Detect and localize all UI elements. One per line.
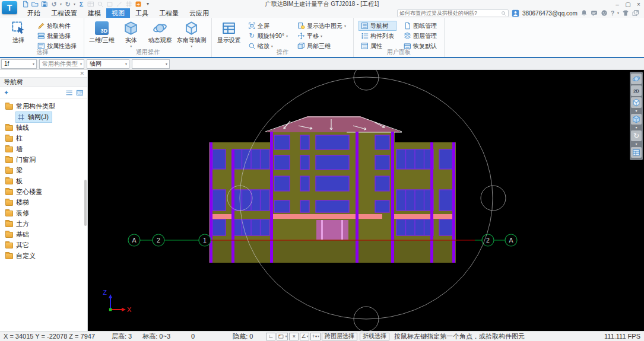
element-select[interactable]: 轴网▾ (87, 59, 129, 69)
avatar[interactable] (512, 9, 519, 17)
cancel-icon[interactable]: × (289, 333, 299, 340)
cloud-check-icon[interactable] (135, 1, 142, 8)
tab-home[interactable]: 开始 (22, 8, 46, 18)
save-icon[interactable] (41, 1, 48, 8)
show-selected-elements-button-dropdown[interactable]: ▾ (344, 24, 346, 28)
navtree-item-beam[interactable]: 梁 (0, 165, 87, 176)
tab-cloud-apps[interactable]: 云应用 (184, 8, 214, 18)
select-button[interactable]: 选择 (6, 20, 31, 44)
building-model[interactable] (209, 116, 456, 263)
category-select[interactable]: 常用构件类型▾ (39, 59, 84, 69)
thumbnail-view-icon[interactable] (76, 89, 84, 97)
pick-component-button[interactable]: 拾取构件 (35, 21, 79, 31)
navtree-item-others[interactable]: 其它 (0, 240, 87, 250)
undo-icon[interactable]: ↺ (50, 1, 58, 8)
pin-icon[interactable]: ✦ (4, 89, 9, 97)
navtree-item-axis-line[interactable]: 轴线 (0, 122, 87, 133)
cross-layer-select-button[interactable]: 跨图层选择 (322, 333, 357, 340)
help-icon[interactable]: ? (611, 10, 614, 17)
help-icon-dropdown[interactable]: ▾ (617, 11, 619, 15)
navtree-item-column[interactable]: 柱 (0, 133, 87, 144)
theme-skin-icon[interactable] (622, 9, 629, 17)
isometric-view-button-dropdown[interactable]: ▾ (635, 109, 637, 113)
angle-snap-icon[interactable]: ∠▾ (300, 333, 309, 340)
tab-quantity[interactable]: 工程量 (154, 8, 184, 18)
search-icon[interactable] (501, 11, 506, 16)
account-email[interactable]: 380676473@qq.com (522, 10, 578, 17)
pan-button-dropdown[interactable]: ▾ (321, 34, 322, 38)
help-search-box[interactable] (397, 9, 509, 17)
sum-calc-icon[interactable]: Σ (78, 1, 85, 8)
solid-view-button-dropdown[interactable]: ▾ (635, 126, 637, 129)
open-file-icon[interactable] (31, 1, 39, 8)
node-snap-icon[interactable]: +▪▾ (310, 333, 320, 340)
close-button[interactable]: × (633, 1, 644, 8)
show-selected-elements-button[interactable]: 显示选中图元▾ (295, 21, 348, 31)
svg-text:2: 2 (157, 237, 160, 244)
rotate-view-button-dropdown[interactable]: ▾ (635, 142, 637, 146)
3d-viewport-canvas[interactable]: A212A Z X (88, 70, 644, 331)
navtree-item-door-window-opening[interactable]: 门窗洞 (0, 154, 87, 165)
zoom-button-dropdown[interactable]: ▾ (271, 44, 273, 48)
navtree-item-stairs[interactable]: 楼梯 (0, 197, 87, 208)
popout-window-icon[interactable] (632, 9, 639, 17)
navtree-item-common-component-types[interactable]: 常用构件类型 (0, 101, 87, 111)
node-snap-icon-dropdown[interactable]: ▾ (318, 334, 319, 338)
navtree-item-wall[interactable]: 墙 (0, 144, 87, 154)
undo-icon-dropdown[interactable]: ▾ (60, 2, 62, 6)
navtree-item-decoration[interactable]: 装修 (0, 208, 87, 218)
redo-icon-dropdown[interactable]: ▾ (74, 2, 75, 6)
floor-select[interactable]: 1f▾ (1, 59, 37, 69)
snap-settings-icon[interactable]: ▾ (277, 333, 288, 340)
isometric-view-button[interactable] (631, 97, 642, 108)
ortho-mode-icon[interactable]: ∟ (266, 333, 275, 340)
tab-project-settings[interactable]: 工程设置 (46, 8, 83, 18)
layer-management-button[interactable]: 图层管理 (401, 31, 439, 41)
maximize-button[interactable]: ▢ (623, 1, 633, 8)
angle-snap-icon-dropdown[interactable]: ▾ (306, 334, 308, 338)
navtree-item-slab[interactable]: 板 (0, 176, 87, 186)
close-panel-icon[interactable]: ✕ (80, 71, 84, 77)
list-view-icon[interactable] (65, 89, 73, 97)
toggle-2d3d-button[interactable]: 3D二维/三维 (89, 20, 115, 44)
rotate-90-button[interactable]: ↻顺旋转90°▾ (246, 31, 290, 41)
panel-scrollbar[interactable] (84, 180, 87, 226)
navtree-item-custom[interactable]: 自定义 (0, 250, 87, 261)
fullscreen-button[interactable]: 全屏 (246, 21, 290, 31)
notification-bell-icon[interactable] (580, 9, 588, 17)
navigation-tree-button[interactable]: 导航树 (359, 21, 396, 31)
pan-button[interactable]: 平移▾ (295, 31, 348, 41)
polyline-select-button[interactable]: 折线选择 (360, 333, 389, 340)
2d-view-button[interactable]: 2D (631, 85, 642, 96)
navtree-item-axis-grid[interactable]: 轴网(J) (0, 111, 87, 122)
navtree-item-hollow-floor[interactable]: 空心楼盖 (0, 186, 87, 197)
southeast-isometric-button[interactable]: 东南等轴测▾ (177, 20, 207, 48)
orbit-view-button[interactable] (631, 74, 642, 84)
redo-icon[interactable]: ↻ (64, 1, 71, 8)
solid-view-button[interactable] (631, 114, 642, 125)
snap-settings-icon-dropdown[interactable]: ▾ (285, 334, 287, 338)
dynamic-observe-button[interactable]: 动态观察 (148, 20, 173, 44)
new-file-icon[interactable] (22, 1, 29, 8)
customer-service-icon[interactable] (601, 9, 608, 17)
view-display-settings-button[interactable] (631, 147, 642, 158)
component-list-button[interactable]: 构件列表 (359, 31, 396, 41)
drawing-management-button[interactable]: 图纸管理 (401, 21, 439, 31)
tab-view[interactable]: 视图 (106, 8, 130, 18)
display-settings-button[interactable]: 显示设置 (217, 20, 242, 44)
message-icon[interactable] (591, 9, 598, 17)
3d-viewport[interactable]: A212A Z X 2D▾▾↻▾ (88, 70, 644, 331)
quickbar-more-icon[interactable]: ▾ (144, 1, 151, 8)
navtree-item-foundation[interactable]: 基础 (0, 229, 87, 240)
extra-select[interactable]: ▾ (132, 59, 170, 69)
batch-select-button[interactable]: 批量选择 (35, 31, 79, 41)
tab-modeling[interactable]: 建模 (83, 8, 106, 18)
navtree-item-earthwork[interactable]: 土方 (0, 218, 87, 229)
minimize-button[interactable]: – (612, 1, 623, 8)
search-input[interactable] (398, 10, 501, 16)
tab-tools[interactable]: 工具 (130, 8, 154, 18)
app-logo-icon[interactable]: T (2, 1, 17, 14)
rotate-view-button[interactable]: ↻ (631, 130, 642, 141)
solid-view-button[interactable]: 实体▾ (119, 20, 144, 48)
rotate-90-button-dropdown[interactable]: ▾ (286, 34, 288, 38)
